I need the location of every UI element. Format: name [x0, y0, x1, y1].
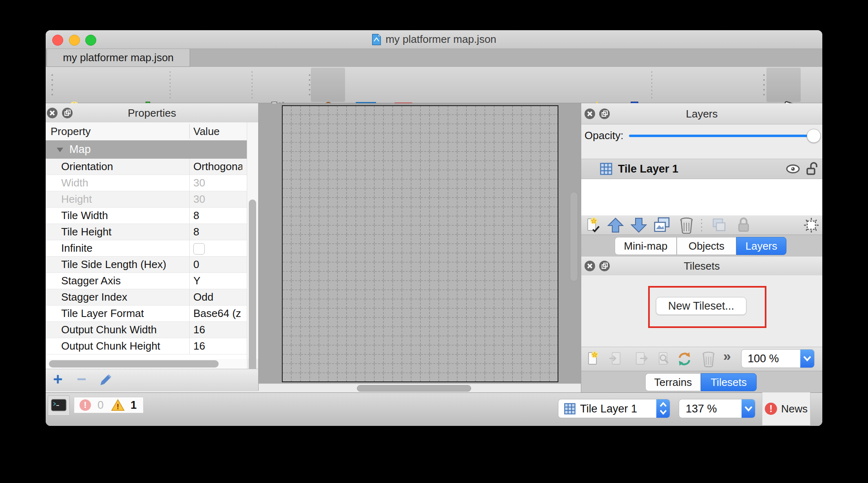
toolbar-separator [701, 218, 702, 233]
opacity-label: Opacity: [585, 129, 623, 142]
app-window: my platformer map.json my platformer map… [46, 30, 822, 426]
map-view[interactable] [259, 103, 581, 392]
new-layer-button[interactable] [584, 217, 601, 234]
edit-property-button[interactable] [98, 373, 113, 388]
column-header-property[interactable]: Property [51, 125, 91, 138]
opacity-row: Opacity: [581, 124, 822, 147]
property-row[interactable]: Height30 [46, 191, 247, 208]
main-toolbar: » » [46, 67, 822, 103]
property-row[interactable]: Tile Height8 [46, 224, 247, 240]
opacity-slider-track[interactable] [629, 135, 814, 137]
right-dock: Layers Opacity: Tile Layer 1 [581, 103, 822, 392]
property-row[interactable]: Width30 [46, 175, 247, 191]
edit-tileset-button[interactable] [655, 350, 672, 368]
tilesets-toolbar: » 100 % [581, 347, 822, 372]
document-tab[interactable]: my platformer map.json [46, 49, 190, 67]
toolbar-separator [170, 70, 170, 100]
layer-row-selected[interactable]: Tile Layer 1 [581, 159, 822, 179]
current-layer-value: Tile Layer 1 [580, 403, 637, 415]
collapse-triangle-icon[interactable] [56, 147, 64, 153]
toolbar-grip[interactable] [309, 73, 310, 97]
highlight-current-layer-button[interactable] [803, 217, 819, 233]
property-row[interactable]: Stagger IndexOdd [46, 289, 247, 306]
status-bar: ! 0 ! 1 Tile Layer 1 137 % [46, 392, 822, 426]
export-tileset-button[interactable] [632, 350, 649, 368]
map-group-row[interactable]: Map [46, 140, 247, 159]
highlight-layer-button[interactable] [710, 217, 726, 233]
add-property-button[interactable]: + [53, 370, 62, 388]
map-horizontal-scrollbar[interactable] [357, 385, 471, 392]
document-tab-bar: my platformer map.json [46, 49, 822, 67]
current-layer-combo[interactable]: Tile Layer 1 [558, 399, 670, 418]
duplicate-layer-button[interactable] [653, 217, 671, 233]
property-row[interactable]: Tile Width8 [46, 208, 247, 224]
properties-panel-header: Properties [46, 103, 258, 123]
map-canvas[interactable] [282, 105, 558, 382]
properties-hscrollbar-track[interactable] [46, 359, 247, 369]
remove-property-button[interactable]: − [77, 370, 86, 388]
delete-tileset-button[interactable] [701, 350, 716, 368]
property-row[interactable]: Stagger AxisY [46, 273, 247, 289]
tilesets-panel-title: Tilesets [581, 260, 822, 273]
error-icon: ! [80, 399, 91, 411]
tilesets-panel-header: Tilesets [581, 257, 822, 276]
map-zoom-value: 137 % [686, 403, 717, 415]
zoom-combo-dropdown[interactable] [742, 399, 755, 418]
title-bar: my platformer map.json [46, 30, 822, 49]
infinite-checkbox[interactable] [193, 243, 205, 255]
layer-unlocked-icon[interactable] [806, 162, 818, 176]
tab-tilesets[interactable]: Tilesets [701, 373, 757, 391]
properties-vertical-scrollbar[interactable] [249, 199, 256, 373]
tab-terrains[interactable]: Terrains [645, 373, 701, 391]
reload-tileset-button[interactable] [676, 350, 693, 368]
toolbar-grip[interactable] [51, 73, 53, 97]
toolbar-separator [651, 70, 652, 100]
map-vertical-scrollbar[interactable] [570, 192, 578, 281]
delete-layer-button[interactable] [678, 217, 695, 234]
tileset-zoom-dropdown[interactable] [800, 350, 814, 368]
window-title: my platformer map.json [385, 33, 496, 46]
opacity-slider-handle[interactable] [807, 129, 821, 143]
properties-panel-title: Properties [46, 106, 258, 119]
lock-layer-button[interactable] [737, 217, 750, 233]
issues-status[interactable]: ! 0 ! 1 [74, 397, 144, 413]
stamp-tool-selected-highlight [311, 68, 345, 102]
tilesets-overflow-button[interactable]: » [723, 348, 731, 364]
tab-objects[interactable]: Objects [677, 237, 736, 255]
tile-layer-icon [564, 403, 576, 414]
raise-layer-button[interactable] [607, 217, 624, 233]
property-row[interactable]: Output Chunk Height16 [46, 338, 247, 354]
new-tileset-button[interactable]: New Tileset... [656, 297, 746, 315]
property-row[interactable]: Tile Side Length (Hex)0 [46, 257, 247, 273]
property-row[interactable]: OrientationOrthogonal [46, 159, 247, 175]
layers-toolbar [581, 215, 822, 235]
property-row[interactable]: Output Chunk Width16 [46, 322, 247, 338]
property-row[interactable]: Tile Layer FormatBase64 (z [46, 306, 247, 322]
new-tileset-icon-button[interactable] [585, 350, 602, 368]
map-zoom-combo[interactable]: 137 % [679, 399, 755, 418]
error-count: 0 [97, 399, 104, 412]
map-group-label: Map [69, 143, 91, 156]
tab-mini-map[interactable]: Mini-map [615, 237, 677, 255]
tilesets-tabstrip: Terrains Tilesets [581, 371, 822, 393]
lower-layer-button[interactable] [631, 217, 647, 233]
tab-layers[interactable]: Layers [736, 237, 786, 255]
layer-combo-stepper[interactable] [656, 399, 670, 418]
tileset-zoom-value: 100 % [748, 352, 779, 365]
property-row[interactable]: Infinite [46, 240, 247, 257]
toolbar-separator [252, 70, 252, 100]
tileset-zoom-combo[interactable]: 100 % [741, 349, 815, 368]
column-header-value[interactable]: Value [193, 125, 220, 138]
properties-horizontal-scrollbar[interactable] [49, 360, 219, 368]
properties-vscrollbar-track[interactable] [247, 122, 258, 359]
toolbar-grip[interactable] [763, 73, 765, 97]
layer-visibility-eye-icon[interactable] [786, 164, 800, 174]
news-button[interactable]: ! News [762, 392, 810, 425]
news-label: News [781, 403, 808, 415]
console-button[interactable] [48, 395, 70, 416]
layers-tabstrip: Mini-map Objects Layers [581, 235, 822, 257]
document-icon [372, 34, 381, 45]
map-hscrollbar-track[interactable] [259, 383, 581, 393]
layers-panel-title: Layers [581, 107, 822, 120]
import-tileset-button[interactable] [608, 350, 625, 368]
